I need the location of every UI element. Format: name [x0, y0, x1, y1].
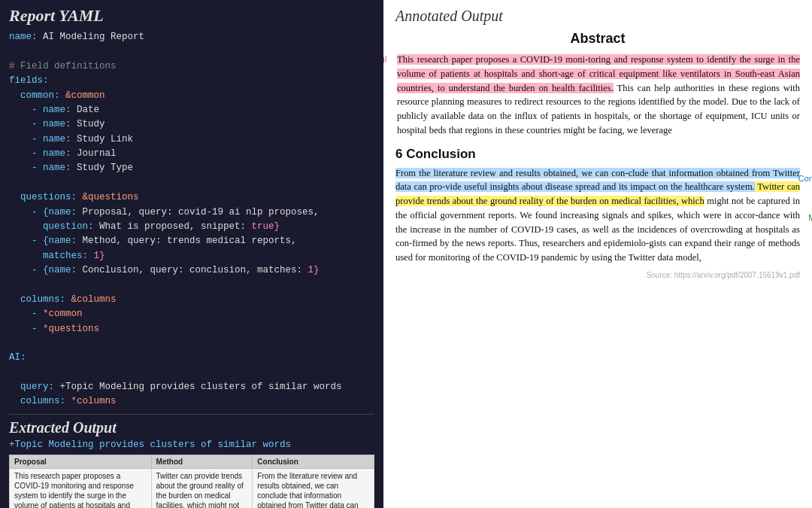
yaml-comment: # Field definitions — [9, 59, 374, 74]
conclusion-block: From the literature review and results o… — [395, 166, 800, 265]
table-header-proposal: Proposal — [10, 455, 152, 468]
yaml-line: question: What is proposed, snippet: tru… — [9, 220, 374, 234]
yaml-line: - *questions — [9, 322, 374, 336]
yaml-line — [9, 278, 374, 292]
right-panel: Annotated Output Abstract Proposal Propo… — [383, 0, 812, 508]
yaml-line — [9, 176, 374, 190]
conclusion-annotation: Conclusion — [798, 174, 812, 183]
table-cell-conclusion: From the literature review and results o… — [253, 468, 374, 508]
yaml-line — [9, 44, 374, 59]
yaml-line: query: +Topic Modeling provides clusters… — [9, 380, 374, 394]
yaml-line: - name: Journal — [9, 147, 374, 161]
table-header-method: Method — [151, 455, 253, 468]
table-header-conclusion: Conclusion — [253, 455, 374, 468]
yaml-line: fields: — [9, 74, 374, 88]
report-title: Report YAML — [9, 6, 374, 26]
extracted-table: Proposal Method Conclusion This research… — [9, 455, 374, 508]
proposal-label: Proposal — [383, 54, 384, 67]
yaml-line: AI: — [9, 351, 374, 365]
annotated-title: Annotated Output — [395, 8, 800, 25]
yaml-line: - name: Date — [9, 103, 374, 117]
abstract-block: Proposal Proposal This research paper pr… — [395, 53, 800, 138]
table-cell-method: Twitter can provide trends about the gro… — [151, 468, 253, 508]
yaml-line: - name: Study — [9, 117, 374, 132]
yaml-line: - name: Study Type — [9, 161, 374, 175]
table-cell-proposal: This research paper proposes a COVID-19 … — [10, 468, 152, 508]
left-panel: Report YAML name: AI Modeling Report # F… — [0, 0, 383, 508]
abstract-heading: Abstract — [395, 31, 800, 47]
yaml-line — [9, 366, 374, 380]
conclusion-highlight-blue: From the literature review and results o… — [395, 168, 800, 193]
abstract-text: Proposal This research paper proposes a … — [395, 53, 800, 138]
yaml-line: columns: *columns — [9, 394, 374, 409]
conclusion-text: From the literature review and results o… — [395, 166, 800, 265]
yaml-line: common: &common — [9, 89, 374, 103]
conclusion-heading: 6 Conclusion — [395, 147, 800, 162]
yaml-line: - {name: Conclusion, query: conclusion, … — [9, 263, 374, 278]
section-divider — [9, 414, 374, 415]
yaml-line: - *common — [9, 307, 374, 321]
method-annotation: Method — [808, 213, 812, 222]
yaml-line: - {name: Proposal, query: covid-19 ai nl… — [9, 205, 374, 220]
yaml-line — [9, 336, 374, 351]
source-citation: Source: https://arxiv.org/pdf/2007.15619… — [395, 271, 800, 279]
extracted-title: Extracted Output — [9, 419, 374, 437]
yaml-line: columns: &columns — [9, 293, 374, 307]
yaml-line: matches: 1} — [9, 249, 374, 263]
yaml-line: questions: &questions — [9, 190, 374, 205]
yaml-line: - name: Study Link — [9, 132, 374, 147]
topic-modeling-line: +Topic Modeling provides clusters of sim… — [9, 440, 374, 450]
yaml-content: name: AI Modeling Report # Field definit… — [9, 30, 374, 409]
yaml-line: name: AI Modeling Report — [9, 30, 374, 44]
table-row: This research paper proposes a COVID-19 … — [10, 468, 374, 508]
yaml-line: - {name: Method, query: trends medical r… — [9, 234, 374, 248]
